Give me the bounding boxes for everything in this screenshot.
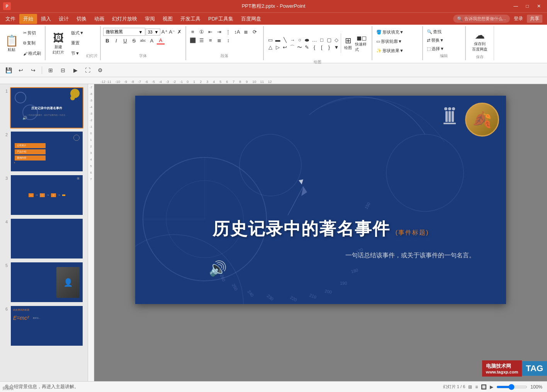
align-left-button[interactable]: ⬛ — [189, 36, 197, 44]
numbering-button[interactable]: ① — [197, 28, 206, 35]
paste-button[interactable]: 📋 粘贴 — [2, 28, 21, 59]
line-spacing-button[interactable]: ↕ — [224, 36, 233, 44]
font-name-selector[interactable]: 微软雅黑 ▼ — [103, 28, 146, 36]
slide2-dot: ● — [14, 161, 15, 164]
align-right-button[interactable]: ≡ — [206, 36, 215, 44]
copy-button[interactable]: ⧉ 复制 — [22, 39, 42, 47]
svg-text:220: 220 — [289, 295, 298, 302]
find-button[interactable]: 🔍 查找 — [425, 28, 463, 35]
view-mode-button[interactable]: ⊞ — [45, 65, 56, 75]
menu-transition[interactable]: 切换 — [73, 14, 90, 24]
fullscreen-button[interactable]: ⛶ — [82, 65, 93, 75]
svg-text:250: 250 — [231, 283, 239, 291]
quick-styles-button[interactable]: ◼◻ 快速样式 — [354, 28, 369, 59]
section-button[interactable]: 节▼ — [70, 49, 85, 58]
window-controls[interactable]: — □ ✕ — [511, 2, 544, 10]
minimize-button[interactable]: — — [511, 2, 521, 10]
menu-devtools[interactable]: 开发工具 — [177, 14, 204, 24]
slide-image-3[interactable]: ⊞ 一 → 二 → 三 → — [10, 174, 83, 216]
shape-drop-btn[interactable]: ◇ — [332, 36, 341, 44]
slide-thumb-2[interactable]: 2 公司简介 产品介绍 案例内容 ● — [2, 131, 86, 172]
main-slide[interactable]: 150 160 170 180 190 200 210 220 230 240 … — [135, 96, 506, 304]
login-button[interactable]: 登录 — [511, 15, 525, 23]
text-align-smart-button[interactable]: ≣ — [242, 28, 250, 35]
text-dir-button[interactable]: ↕A — [233, 28, 241, 35]
slide-info: 幻灯片 1 / 6 — [443, 384, 465, 390]
layout-button[interactable]: 版式▼ — [70, 29, 85, 37]
font-shadow-button[interactable]: A — [148, 37, 156, 44]
shape-down-btn[interactable]: ▼ — [332, 44, 341, 51]
strikethrough-button[interactable]: S — [130, 37, 138, 44]
indent-less-button[interactable]: ⇤ — [206, 28, 215, 35]
save-quick-button[interactable]: 💾 — [3, 65, 14, 75]
reset-button[interactable]: 重置 — [70, 39, 85, 47]
spacing-button[interactable]: abc — [139, 37, 147, 44]
slide-image-2[interactable]: 公司简介 产品介绍 案例内容 ● — [10, 131, 83, 172]
view-normal-btn[interactable]: ⊞ — [468, 384, 472, 390]
menu-review[interactable]: 审阅 — [141, 14, 159, 24]
shape-outline-button[interactable]: ▭ 形状轮廓▼ — [375, 37, 420, 46]
bold-button[interactable]: B — [103, 37, 112, 44]
cloud-save-icon: ☁ — [475, 29, 485, 41]
font-color-button[interactable]: A — [156, 37, 165, 44]
play-button[interactable]: ▶ — [70, 65, 81, 75]
play-presentation-btn[interactable]: ▶ — [490, 384, 493, 390]
menu-baidu[interactable]: 百度网盘 — [237, 14, 265, 24]
restore-button[interactable]: □ — [522, 2, 532, 10]
select-button[interactable]: ⬚ 选择▼ — [425, 45, 463, 52]
slide-thumb-1[interactable]: 1 历史记录中的著名事件 一句话总结该事件，或关于该事件的一句名言。 🔊 — [2, 87, 86, 128]
new-slide-icon: 🖼 — [53, 32, 64, 44]
slide-num-6: 6 — [2, 305, 8, 311]
shape-effect-button[interactable]: ✨ 形状效果▼ — [375, 46, 420, 55]
underline-button[interactable]: U — [121, 37, 129, 44]
slide-thumb-5[interactable]: 5 👤 — [2, 262, 86, 303]
format-painter-button[interactable]: 🖌 格式刷 — [22, 49, 42, 58]
view-slide-btn[interactable]: 🔲 — [481, 384, 487, 390]
font-decrease-button[interactable]: A⁻ — [168, 28, 175, 36]
font-size-selector[interactable]: 33 ▼ — [146, 29, 160, 35]
canvas-area[interactable]: 150 160 170 180 190 200 210 220 230 240 … — [94, 84, 547, 381]
menu-file[interactable]: 文件 — [2, 14, 19, 24]
slide-image-6[interactable]: 此处测试的标题 E=mc² 相对论... — [10, 305, 83, 346]
cut-button[interactable]: ✂ 剪切 — [22, 29, 42, 37]
smartart-button[interactable]: ⟳ — [251, 28, 259, 35]
slide-thumb-3[interactable]: 3 ⊞ 一 → 二 → 三 → — [2, 174, 86, 216]
redo-button[interactable]: ↪ — [28, 65, 39, 75]
bullets-button[interactable]: ≡ — [189, 28, 197, 35]
slide-image-4[interactable] — [10, 218, 83, 259]
font-increase-button[interactable]: A⁺ — [161, 28, 168, 36]
menu-view[interactable]: 视图 — [159, 14, 177, 24]
slide-thumb-6[interactable]: 6 此处测试的标题 E=mc² 相对论... — [2, 305, 86, 346]
sound-icon[interactable]: 🔊 — [209, 260, 227, 277]
slide-image-1[interactable]: 历史记录中的著名事件 一句话总结该事件，或关于该事件的一句名言。 🔊 — [10, 87, 83, 128]
slide-image-5[interactable]: 👤 — [10, 262, 83, 303]
view-outline-btn[interactable]: ≡ — [475, 384, 478, 390]
settings-button[interactable]: ⚙ — [95, 65, 105, 75]
replace-button[interactable]: ⇄ 替换▼ — [425, 36, 463, 44]
shape-fill-button[interactable]: 🪣 形状填充▼ — [375, 28, 420, 36]
justify-button[interactable]: ≣ — [215, 36, 224, 44]
view-grid-button[interactable]: ⊟ — [58, 65, 68, 75]
menu-home[interactable]: 开始 — [19, 14, 37, 24]
slide-description[interactable]: 一句话总结该事件，或关于该事件的一句名言。 — [345, 252, 475, 260]
font-clear-button[interactable]: ✗ — [176, 28, 183, 36]
close-button[interactable]: ✕ — [534, 2, 544, 10]
slide-thumb-4[interactable]: 4 — [2, 218, 86, 259]
col-button[interactable]: ⋮ — [224, 28, 233, 35]
arrange-button[interactable]: ⊞ 绘图 — [343, 28, 354, 59]
zoom-slider[interactable] — [496, 386, 527, 388]
svg-text:210: 210 — [309, 293, 317, 300]
share-button[interactable]: 共享 — [527, 15, 542, 23]
slide-main-title[interactable]: 历史记录中的著名事件 (事件标题) — [212, 218, 429, 240]
menu-pdf[interactable]: PDF工具集 — [204, 14, 237, 24]
menu-animation[interactable]: 动画 — [90, 14, 108, 24]
menu-slideshow[interactable]: 幻灯片放映 — [108, 14, 141, 24]
save-cloud-button[interactable]: ☁ 保存到 百度网盘 — [468, 28, 491, 54]
align-center-button[interactable]: ☰ — [197, 36, 206, 44]
menu-insert[interactable]: 插入 — [37, 14, 55, 24]
indent-more-button[interactable]: ⇥ — [215, 28, 224, 35]
italic-button[interactable]: I — [112, 37, 121, 44]
new-slide-button[interactable]: 🖼 新建 幻灯片 — [48, 28, 69, 59]
menu-design[interactable]: 设计 — [55, 14, 73, 24]
undo-button[interactable]: ↩ — [15, 65, 26, 75]
